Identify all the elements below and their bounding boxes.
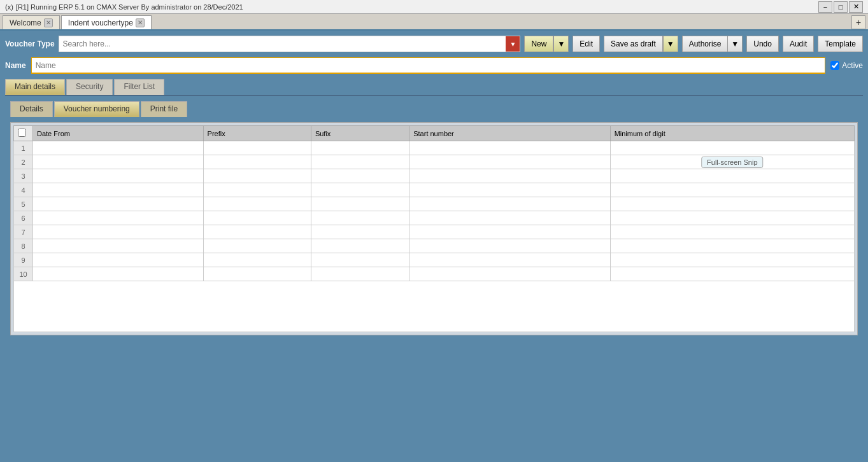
cell-minimum-of-digit[interactable] <box>610 239 854 253</box>
cell-minimum-of-digit[interactable]: Full-screen Snip <box>610 155 854 169</box>
cell-minimum-of-digit[interactable] <box>610 267 854 281</box>
active-label: Active <box>842 61 863 70</box>
cell-date-from[interactable] <box>33 197 204 211</box>
cell-prefix[interactable] <box>203 197 311 211</box>
cell-sufix[interactable] <box>311 225 409 239</box>
tab-filter-list[interactable]: Filter List <box>114 79 164 95</box>
cell-prefix[interactable] <box>203 183 311 197</box>
minimize-button[interactable]: − <box>818 1 832 13</box>
col-header-sufix: Sufix <box>311 126 409 141</box>
cell-sufix[interactable] <box>311 197 409 211</box>
save-draft-dropdown-button[interactable]: ▼ <box>663 36 678 52</box>
undo-button[interactable]: Undo <box>746 36 779 52</box>
tab-indent[interactable]: Indent vouchertype ✕ <box>61 15 152 29</box>
maximize-button[interactable]: □ <box>834 1 848 13</box>
sub-tabs: Details Voucher numbering Print file <box>10 101 858 117</box>
table-row[interactable]: 3 <box>14 169 855 183</box>
cell-sufix[interactable] <box>311 253 409 267</box>
cell-start-number[interactable] <box>409 169 610 183</box>
cell-date-from[interactable] <box>33 169 204 183</box>
cell-prefix[interactable] <box>203 253 311 267</box>
select-all-checkbox[interactable] <box>18 129 26 137</box>
tab-indent-close[interactable]: ✕ <box>136 18 145 27</box>
tab-main-details[interactable]: Main details <box>5 79 65 95</box>
cell-date-from[interactable] <box>33 155 204 169</box>
tab-welcome-close[interactable]: ✕ <box>44 18 53 27</box>
template-button[interactable]: Template <box>818 36 863 52</box>
table-row[interactable]: 4 <box>14 183 855 197</box>
cell-date-from[interactable] <box>33 267 204 281</box>
add-tab-button[interactable]: + <box>851 15 865 29</box>
cell-date-from[interactable] <box>33 211 204 225</box>
cell-minimum-of-digit[interactable] <box>610 197 854 211</box>
cell-start-number[interactable] <box>409 211 610 225</box>
new-dropdown-button[interactable]: ▼ <box>553 36 569 52</box>
table-row[interactable]: 1 <box>14 141 855 155</box>
search-input[interactable] <box>59 36 506 52</box>
table-row[interactable]: 5 <box>14 197 855 211</box>
edit-button[interactable]: Edit <box>573 36 600 52</box>
table-row[interactable]: 8 <box>14 239 855 253</box>
cell-prefix[interactable] <box>203 155 311 169</box>
tab-security-label: Security <box>76 82 103 91</box>
cell-minimum-of-digit[interactable] <box>610 141 854 155</box>
cell-minimum-of-digit[interactable] <box>610 183 854 197</box>
cell-start-number[interactable] <box>409 197 610 211</box>
cell-sufix[interactable] <box>311 267 409 281</box>
tab-security[interactable]: Security <box>66 79 113 95</box>
table-row[interactable]: 9 <box>14 253 855 267</box>
cell-start-number[interactable] <box>409 183 610 197</box>
cell-date-from[interactable] <box>33 253 204 267</box>
cell-sufix[interactable] <box>311 183 409 197</box>
tab-welcome[interactable]: Welcome ✕ <box>3 15 60 29</box>
cell-minimum-of-digit[interactable] <box>610 225 854 239</box>
cell-prefix[interactable] <box>203 267 311 281</box>
audit-button[interactable]: Audit <box>783 36 814 52</box>
row-number: 5 <box>14 197 33 211</box>
active-checkbox[interactable] <box>830 61 839 70</box>
cell-minimum-of-digit[interactable] <box>610 253 854 267</box>
cell-start-number[interactable] <box>409 141 610 155</box>
cell-start-number[interactable] <box>409 155 610 169</box>
cell-sufix[interactable] <box>311 141 409 155</box>
cell-prefix[interactable] <box>203 141 311 155</box>
search-dropdown-button[interactable]: ▼ <box>506 36 520 52</box>
authorise-dropdown-button[interactable]: ▼ <box>728 36 743 52</box>
table-row[interactable]: 7 <box>14 225 855 239</box>
cell-prefix[interactable] <box>203 225 311 239</box>
sub-tab-voucher-numbering[interactable]: Voucher numbering <box>54 101 139 117</box>
table-row[interactable]: 10 <box>14 267 855 281</box>
authorise-button[interactable]: Authorise <box>682 36 729 52</box>
cell-start-number[interactable] <box>409 267 610 281</box>
close-button[interactable]: ✕ <box>849 1 863 13</box>
table-row[interactable]: 6 <box>14 211 855 225</box>
table-row[interactable]: 2Full-screen Snip <box>14 155 855 169</box>
cell-sufix[interactable] <box>311 211 409 225</box>
cell-sufix[interactable] <box>311 239 409 253</box>
cell-start-number[interactable] <box>409 239 610 253</box>
cell-prefix[interactable] <box>203 169 311 183</box>
cell-prefix[interactable] <box>203 239 311 253</box>
cell-minimum-of-digit[interactable] <box>610 211 854 225</box>
name-input[interactable] <box>31 57 826 74</box>
save-as-draft-button[interactable]: Save as draft <box>604 36 663 52</box>
cell-date-from[interactable] <box>33 239 204 253</box>
cell-date-from[interactable] <box>33 141 204 155</box>
grid-footer-space <box>13 281 855 332</box>
cell-date-from[interactable] <box>33 183 204 197</box>
cell-date-from[interactable] <box>33 225 204 239</box>
voucher-type-search[interactable]: ▼ <box>59 36 521 52</box>
cell-start-number[interactable] <box>409 253 610 267</box>
cell-sufix[interactable] <box>311 169 409 183</box>
sub-tab-print-file[interactable]: Print file <box>141 101 187 117</box>
col-header-date-from: Date From <box>33 126 204 141</box>
cell-sufix[interactable] <box>311 155 409 169</box>
cell-start-number[interactable] <box>409 225 610 239</box>
sub-tab-details-label: Details <box>20 104 43 113</box>
sub-tab-details[interactable]: Details <box>10 101 53 117</box>
main-content: Voucher Type ▼ New ▼ Edit Save as draft … <box>0 31 868 462</box>
cell-prefix[interactable] <box>203 211 311 225</box>
cell-minimum-of-digit[interactable] <box>610 169 854 183</box>
new-button[interactable]: New <box>524 36 553 52</box>
active-container: Active <box>830 61 863 70</box>
